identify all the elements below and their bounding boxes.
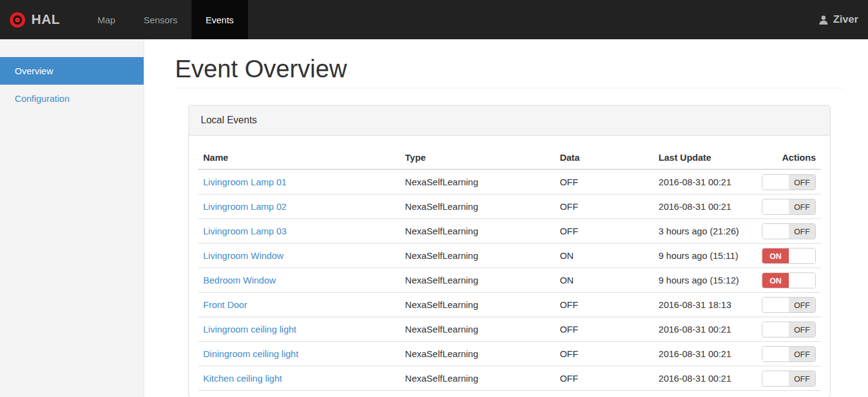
event-last-update: 2016-08-31 00:21 [654, 342, 757, 366]
toggle-off-label [789, 273, 815, 288]
event-last-update: 9 hours ago (15:11) [654, 244, 757, 268]
toggle-on-label [762, 224, 789, 239]
nav-item-sensors[interactable]: Sensors [130, 0, 192, 39]
toggle-on-label: ON [762, 249, 789, 263]
event-last-update: 9 hours ago (15:12) [654, 268, 757, 293]
toggle-on-label: ON [762, 273, 789, 288]
toggle-switch[interactable]: OFF [762, 346, 816, 362]
events-table-body: Livingroom Lamp 01 NexaSelfLearning OFF … [198, 169, 821, 391]
event-data: OFF [555, 169, 654, 195]
event-type: NexaSelfLearning [400, 219, 555, 244]
table-row: Livingroom ceiling light NexaSelfLearnin… [198, 317, 821, 342]
toggle-switch[interactable]: ON [762, 272, 816, 288]
table-row: Kitchen ceiling light NexaSelfLearning O… [198, 366, 821, 391]
toggle-on-label [762, 347, 789, 361]
event-last-update: 2016-08-31 00:21 [654, 366, 757, 391]
sidebar-item-label: Overview [15, 66, 53, 76]
toggle-off-label: OFF [789, 347, 815, 361]
event-type: NexaSelfLearning [400, 317, 555, 342]
event-last-update: 3 hours ago (21:26) [654, 219, 757, 244]
table-header-row: Name Type Data Last Update Actions [198, 145, 821, 169]
panel-title: Local Events [189, 106, 830, 136]
event-type: NexaSelfLearning [400, 366, 555, 391]
user-name: Ziver [833, 13, 858, 26]
event-name-link[interactable]: Livingroom Lamp 03 [203, 226, 287, 236]
sidebar-item-configuration[interactable]: Configuration [0, 85, 144, 112]
event-type: NexaSelfLearning [400, 268, 555, 293]
event-type: NexaSelfLearning [400, 244, 555, 268]
column-header-type: Type [400, 145, 555, 169]
event-name-link[interactable]: Livingroom Lamp 01 [203, 177, 287, 187]
event-last-update: 2016-08-31 00:21 [654, 195, 757, 219]
table-row: Livingroom Window NexaSelfLearning ON 9 … [198, 244, 821, 268]
event-name-link[interactable]: Diningroom ceiling light [203, 349, 298, 359]
nav-item-map[interactable]: Map [83, 0, 130, 39]
column-header-data: Data [555, 145, 654, 169]
toggle-switch[interactable]: ON [762, 248, 816, 264]
toggle-on-label [762, 322, 789, 337]
nav-item-label: Map [98, 15, 115, 25]
column-header-actions: Actions [757, 145, 821, 169]
toggle-off-label [789, 249, 815, 263]
event-type: NexaSelfLearning [400, 169, 555, 195]
event-data: OFF [555, 342, 654, 366]
event-name-link[interactable]: Front Door [203, 299, 247, 310]
event-name-link[interactable]: Livingroom ceiling light [203, 324, 296, 334]
toggle-off-label: OFF [789, 371, 815, 386]
main-content: Event Overview Local Events Name Type Da… [144, 39, 868, 397]
toggle-off-label: OFF [789, 199, 815, 214]
brand-label: HAL [31, 12, 60, 28]
brand[interactable]: HAL [0, 0, 70, 39]
table-row: Livingroom Lamp 02 NexaSelfLearning OFF … [198, 195, 821, 219]
main-nav: Map Sensors Events [83, 0, 248, 39]
user-icon [818, 15, 829, 25]
nav-item-label: Events [206, 15, 234, 25]
toggle-off-label: OFF [789, 322, 815, 337]
table-row: Bedroom Window NexaSelfLearning ON 9 hou… [198, 268, 821, 293]
toggle-on-label [762, 371, 789, 386]
event-name-link[interactable]: Kitchen ceiling light [203, 373, 282, 384]
nav-item-label: Sensors [144, 15, 177, 25]
local-events-panel: Local Events Name Type Data Last Update … [188, 105, 831, 397]
top-navbar: HAL Map Sensors Events Ziver [0, 0, 868, 39]
event-last-update: 2016-08-31 18:13 [654, 293, 757, 317]
toggle-on-label [762, 175, 789, 190]
column-header-last-update: Last Update [654, 145, 757, 169]
table-row: Livingroom Lamp 01 NexaSelfLearning OFF … [198, 169, 821, 195]
event-type: NexaSelfLearning [400, 195, 555, 219]
event-data: OFF [555, 219, 654, 244]
events-table: Name Type Data Last Update Actions Livin… [198, 145, 821, 391]
event-data: OFF [555, 317, 654, 342]
sidebar-item-overview[interactable]: Overview [0, 57, 144, 85]
sidebar-item-label: Configuration [15, 93, 69, 104]
toggle-switch[interactable]: OFF [762, 371, 816, 387]
nav-item-events[interactable]: Events [192, 0, 248, 39]
event-data: OFF [555, 366, 654, 391]
toggle-off-label: OFF [789, 298, 815, 312]
user-menu[interactable]: Ziver [818, 0, 868, 39]
toggle-on-label [762, 298, 789, 312]
column-header-name: Name [198, 145, 400, 169]
event-type: NexaSelfLearning [400, 293, 555, 317]
table-row: Livingroom Lamp 03 NexaSelfLearning OFF … [198, 219, 821, 244]
toggle-switch[interactable]: OFF [762, 174, 816, 190]
toggle-off-label: OFF [789, 175, 815, 190]
toggle-off-label: OFF [789, 224, 815, 239]
toggle-switch[interactable]: OFF [762, 297, 816, 313]
event-data: OFF [555, 293, 654, 317]
page-title: Event Overview [175, 55, 843, 88]
sidebar: Overview Configuration [0, 39, 144, 397]
event-name-link[interactable]: Livingroom Window [203, 250, 284, 261]
toggle-switch[interactable]: OFF [762, 199, 816, 215]
event-last-update: 2016-08-31 00:21 [654, 169, 757, 195]
toggle-switch[interactable]: OFF [762, 322, 816, 337]
event-last-update: 2016-08-31 00:21 [654, 317, 757, 342]
panel-body: Name Type Data Last Update Actions Livin… [189, 136, 830, 397]
event-data: ON [555, 268, 654, 293]
bullseye-icon [9, 12, 26, 28]
event-name-link[interactable]: Bedroom Window [203, 275, 276, 285]
event-name-link[interactable]: Livingroom Lamp 02 [203, 201, 287, 212]
toggle-on-label [762, 199, 789, 214]
toggle-switch[interactable]: OFF [762, 223, 816, 239]
event-data: ON [555, 244, 654, 268]
